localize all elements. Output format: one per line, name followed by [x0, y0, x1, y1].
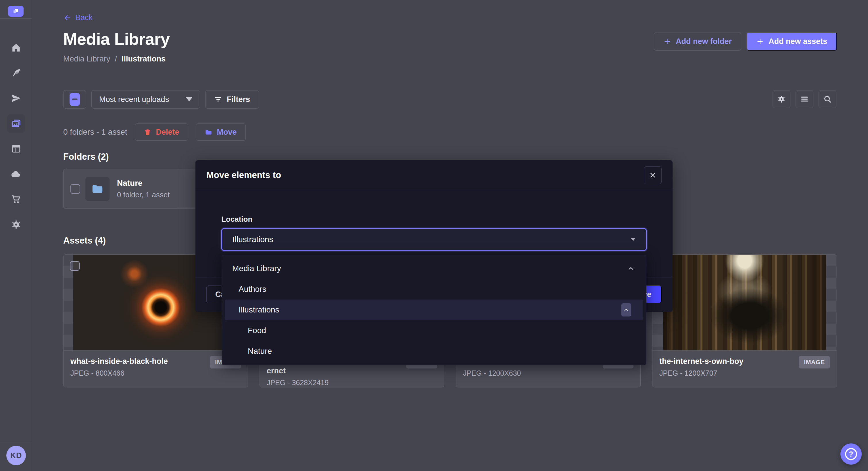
- folder-icon: [91, 182, 104, 196]
- asset-meta: JPEG - 800X466: [70, 369, 241, 377]
- sidebar-item-home[interactable]: [7, 38, 25, 57]
- asset-caption: what-s-inside-a-black-hole JPEG - 800X46…: [64, 351, 248, 384]
- dropdown-option-media-library[interactable]: Media Library: [222, 258, 646, 279]
- sort-value: Most recent uploads: [99, 95, 169, 104]
- folder-name: Nature: [117, 179, 170, 188]
- chevron-up-icon[interactable]: [627, 265, 634, 272]
- breadcrumb-root[interactable]: Media Library: [63, 55, 111, 64]
- sidebar-nav: [7, 38, 25, 234]
- library-portrait-image: [663, 255, 826, 350]
- gear-icon: [11, 220, 21, 230]
- search-button[interactable]: [818, 90, 836, 108]
- paper-plane-icon: [11, 93, 21, 103]
- feather-icon: [11, 68, 21, 78]
- folder-texts: Nature 0 folder, 1 asset: [117, 179, 170, 199]
- asset-meta: JPEG - 3628X2419: [267, 378, 437, 387]
- question-mark-icon: ?: [845, 448, 857, 460]
- sidebar-item-content-builder[interactable]: [7, 64, 25, 82]
- asset-meta: JPEG - 1200X707: [659, 369, 830, 377]
- plus-icon: [663, 38, 671, 45]
- search-icon: [823, 95, 832, 103]
- chevron-up-icon: [624, 307, 629, 312]
- option-label: Media Library: [232, 264, 281, 273]
- breadcrumb-separator: /: [115, 55, 117, 64]
- list-icon: [800, 95, 809, 103]
- caret-down-icon: [631, 238, 636, 241]
- collapse-button[interactable]: [621, 303, 631, 316]
- list-view-button[interactable]: [796, 90, 813, 108]
- cart-icon: [11, 194, 21, 204]
- assets-heading: Assets (4): [63, 236, 106, 246]
- delete-label: Delete: [156, 128, 179, 137]
- folder-icon-box: [85, 177, 110, 201]
- asset-name: ernet: [267, 366, 388, 376]
- help-button[interactable]: ?: [840, 443, 862, 465]
- sidebar-item-deploy[interactable]: [7, 165, 25, 183]
- strapi-logo[interactable]: [8, 6, 24, 16]
- close-button[interactable]: [644, 166, 662, 184]
- dropdown-option-food[interactable]: Food: [222, 320, 646, 341]
- asset-checkbox[interactable]: [70, 261, 80, 271]
- indeterminate-checkbox-icon: [69, 93, 80, 106]
- strapi-logo-icon: [12, 7, 20, 15]
- select-all-checkbox[interactable]: [63, 90, 86, 108]
- dropdown-option-authors[interactable]: Authors: [222, 279, 646, 300]
- move-label: Move: [217, 128, 237, 137]
- asset-caption: the-internet-s-own-boy JPEG - 1200X707 I…: [652, 351, 837, 384]
- modal-header: Move elements to: [195, 160, 673, 190]
- asset-card-internets-own-boy[interactable]: the-internet-s-own-boy JPEG - 1200X707 I…: [652, 255, 837, 388]
- breadcrumb: Media Library / Illustrations: [63, 55, 165, 64]
- add-new-folder-button[interactable]: Add new folder: [654, 32, 741, 51]
- option-label: Nature: [248, 347, 272, 356]
- plus-icon: [756, 38, 764, 45]
- page-title: Media Library: [63, 29, 170, 48]
- sidebar-item-marketplace[interactable]: [7, 190, 25, 208]
- add-new-folder-label: Add new folder: [676, 37, 732, 46]
- arrow-left-icon: [63, 14, 71, 22]
- avatar[interactable]: KD: [6, 446, 26, 465]
- sidebar-item-releases[interactable]: [7, 89, 25, 107]
- modal-body: Location Illustrations: [195, 215, 673, 251]
- back-label: Back: [75, 13, 93, 22]
- gear-icon: [777, 95, 786, 103]
- cloud-icon: [11, 169, 22, 179]
- sort-dropdown[interactable]: Most recent uploads: [91, 90, 200, 108]
- filters-button[interactable]: Filters: [205, 90, 259, 108]
- option-label: Illustrations: [239, 305, 279, 314]
- filter-icon: [214, 95, 222, 103]
- back-link[interactable]: Back: [63, 13, 93, 22]
- view-settings-button[interactable]: [773, 90, 790, 108]
- location-dropdown-popover: Media Library Authors Illustrations Food…: [222, 255, 646, 365]
- layout-icon: [11, 144, 21, 154]
- delete-button[interactable]: Delete: [135, 124, 188, 141]
- modal-title: Move elements to: [206, 170, 281, 180]
- add-new-assets-label: Add new assets: [769, 37, 827, 46]
- folder-checkbox[interactable]: [70, 184, 80, 194]
- folder-icon: [205, 128, 212, 136]
- view-actions: [773, 90, 836, 108]
- location-value: Illustrations: [232, 235, 273, 244]
- toolbar: Most recent uploads Filters: [63, 90, 259, 108]
- folder-meta: 0 folder, 1 asset: [117, 191, 170, 199]
- dropdown-option-illustrations[interactable]: Illustrations: [225, 300, 643, 320]
- location-label: Location: [221, 215, 647, 224]
- asset-type-badge: IMAGE: [799, 356, 830, 368]
- asset-name: the-internet-s-own-boy: [659, 357, 780, 366]
- header-actions: Add new folder Add new assets: [654, 32, 837, 51]
- option-label: Authors: [239, 284, 267, 294]
- sidebar-item-content-manager[interactable]: [7, 140, 25, 158]
- add-new-assets-button[interactable]: Add new assets: [746, 32, 837, 51]
- option-label: Food: [248, 326, 266, 335]
- close-icon: [649, 171, 656, 179]
- images-icon: [11, 118, 22, 129]
- location-select[interactable]: Illustrations: [221, 228, 647, 251]
- sidebar-divider-bottom: [0, 442, 32, 442]
- sidebar-item-media-library[interactable]: [7, 114, 25, 133]
- sidebar-item-settings[interactable]: [7, 215, 25, 234]
- dropdown-option-nature[interactable]: Nature: [222, 341, 646, 362]
- trash-icon: [144, 128, 152, 136]
- move-button[interactable]: Move: [196, 124, 246, 141]
- selection-bar: 0 folders - 1 asset Delete Move: [63, 124, 246, 141]
- breadcrumb-current: Illustrations: [122, 55, 165, 64]
- folders-heading: Folders (2): [63, 152, 108, 162]
